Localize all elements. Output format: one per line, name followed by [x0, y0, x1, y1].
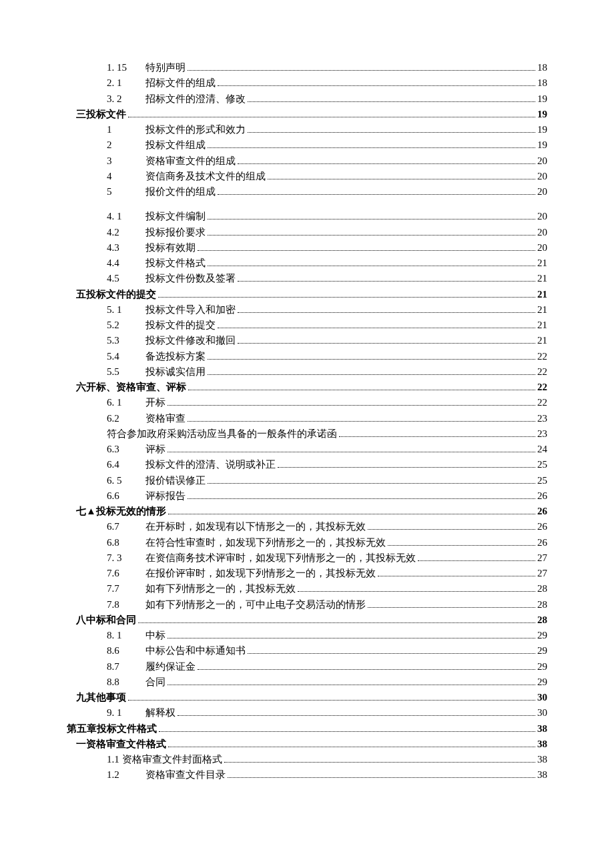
toc-leader-dots	[208, 359, 535, 360]
toc-number: 4	[107, 169, 145, 184]
toc-entry: 五投标文件的提交21	[67, 287, 547, 302]
toc-leader-dots	[248, 653, 535, 654]
toc-leader-dots	[128, 700, 535, 701]
toc-number: 5.2	[107, 318, 145, 333]
toc-title: 投标文件组成	[145, 137, 206, 153]
toc-leader-dots	[168, 514, 535, 514]
toc-number: 1.2	[107, 767, 145, 783]
toc-page-number: 19	[537, 91, 547, 107]
toc-page-number: 23	[537, 426, 547, 442]
toc-number: 5. 1	[107, 302, 145, 318]
toc-title: 如有下列情形之一的，可中止电子交易活动的情形	[145, 597, 366, 612]
toc-title: 1.1 资格审查文件封面格式	[107, 752, 222, 767]
toc-leader-dots	[368, 607, 535, 608]
toc-number: 1	[107, 122, 145, 137]
toc-number: 9. 1	[107, 705, 145, 721]
toc-leader-dots	[339, 436, 535, 437]
toc-entry: 7.6在报价评审时，如发现下列情形之一的，其投标无效27	[67, 566, 547, 581]
toc-leader-dots	[208, 266, 535, 266]
toc-page-number: 26	[537, 504, 547, 519]
toc-title: 投标诚实信用	[145, 364, 206, 380]
toc-number: 4.3	[107, 240, 145, 256]
toc-entry: 8. 1中标29	[67, 628, 547, 643]
toc-title: 投标文件的澄清、说明或补正	[145, 457, 276, 472]
toc-leader-dots	[168, 638, 535, 638]
toc-leader-dots	[208, 483, 535, 484]
toc-title: 一资格审查文件格式	[76, 737, 166, 752]
toc-page-number: 21	[537, 302, 547, 318]
toc-page-number: 38	[537, 752, 547, 767]
toc-number: 6.7	[107, 519, 145, 534]
toc-number: 4.5	[107, 271, 145, 286]
toc-page-number: 27	[537, 566, 547, 581]
toc-title: 开标	[145, 395, 166, 410]
toc-leader-dots	[218, 194, 535, 195]
toc-leader-dots	[208, 374, 535, 375]
toc-page-number: 20	[537, 209, 547, 224]
toc-number: 8.8	[107, 675, 145, 690]
toc-leader-dots	[238, 281, 535, 282]
toc-number: 3. 2	[107, 91, 145, 107]
toc-page-number: 22	[537, 395, 547, 410]
toc-page-number: 25	[537, 473, 547, 488]
toc-entry: 3. 2招标文件的澄清、修改19	[67, 91, 547, 107]
toc-entry: 八中标和合同28	[67, 612, 547, 628]
toc-page-number: 22	[537, 380, 547, 395]
toc-title: 五投标文件的提交	[76, 287, 156, 302]
toc-entry: 6.3评标24	[67, 442, 547, 457]
toc-page-number: 29	[537, 628, 547, 643]
toc-leader-dots	[368, 529, 535, 530]
toc-title: 资格审查文件的组成	[145, 153, 236, 169]
toc-title: 特别声明	[145, 60, 186, 75]
toc-title: 投标报价要求	[145, 225, 206, 240]
toc-entry: 5. 1投标文件导入和加密21	[67, 302, 547, 318]
toc-leader-dots	[198, 250, 535, 251]
toc-title: 评标	[145, 442, 166, 457]
toc-entry: 5.5投标诚实信用22	[67, 364, 547, 380]
toc-number: 5.5	[107, 364, 145, 380]
toc-page-number: 20	[537, 225, 547, 240]
toc-number: 6.2	[107, 411, 145, 426]
toc-entry: 符合参加政府采购活动应当具备的一般条件的承诺函23	[67, 426, 547, 442]
toc-entry: 5.2投标文件的提交21	[67, 318, 547, 333]
toc-page-number: 21	[537, 271, 547, 286]
toc-title: 第五章投标文件格式	[67, 721, 157, 737]
toc-page-number: 28	[537, 581, 547, 596]
toc-number: 4. 1	[107, 209, 145, 224]
toc-title: 投标文件修改和撤回	[145, 333, 236, 348]
toc-entry: 5报价文件的组成20	[67, 184, 547, 199]
toc-entry: 第五章投标文件格式38	[67, 721, 547, 737]
toc-entry: 6. 5报价错误修正25	[67, 473, 547, 488]
toc-entry: 七▲投标无效的情形26	[67, 504, 547, 519]
toc-entry: 7.7如有下列情形之一的，其投标无效28	[67, 581, 547, 596]
toc-leader-dots	[218, 328, 535, 328]
toc-title: 备选投标方案	[145, 349, 206, 364]
toc-page-number: 24	[537, 442, 547, 457]
toc-page-number: 29	[537, 675, 547, 690]
toc-entry: 六开标、资格审查、评标22	[67, 380, 547, 395]
toc-title: 投标文件编制	[145, 209, 206, 224]
toc-number: 8.6	[107, 643, 145, 659]
toc-page-number: 19	[537, 137, 547, 153]
toc-page-number: 20	[537, 184, 547, 199]
toc-leader-dots	[188, 421, 535, 422]
toc-title: 在资信商务技术评审时，如发现下列情形之一的，其投标无效	[145, 550, 416, 566]
toc-page-number: 22	[537, 364, 547, 380]
toc-entry: 九其他事项30	[67, 690, 547, 705]
toc-number: 6.6	[107, 488, 145, 504]
toc-leader-dots	[159, 731, 535, 732]
toc-number: 6.3	[107, 442, 145, 457]
toc-leader-dots	[168, 452, 535, 452]
toc-title: 投标文件导入和加密	[145, 302, 236, 318]
toc-number: 6. 5	[107, 473, 145, 488]
toc-page-number: 28	[537, 597, 547, 612]
toc-leader-dots	[238, 163, 535, 164]
toc-title: 投标文件份数及签署	[145, 271, 236, 286]
toc-page-number: 18	[537, 60, 547, 75]
toc-page-number: 26	[537, 535, 547, 550]
toc-title: 七▲投标无效的情形	[76, 504, 166, 519]
toc-page-number: 22	[537, 349, 547, 364]
toc-leader-dots	[208, 219, 535, 220]
toc-page-number: 21	[537, 333, 547, 348]
toc-page-number: 29	[537, 643, 547, 659]
